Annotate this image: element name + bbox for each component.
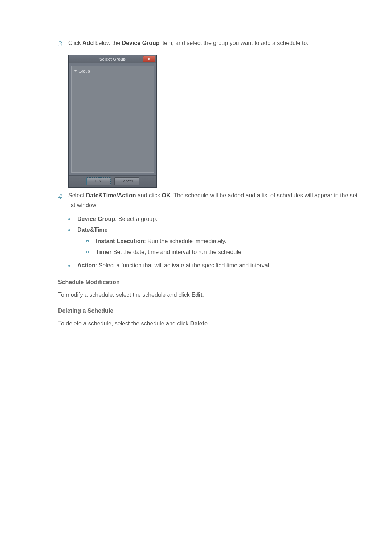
tree-item-label: Group: [79, 69, 90, 73]
deleting-schedule-heading: Deleting a Schedule: [58, 308, 363, 314]
select-group-dialog: Select Group x Group OK Cancel: [68, 55, 157, 188]
ok-button[interactable]: OK: [86, 177, 111, 185]
step-3-text: Click Add below the Device Group item, a…: [68, 38, 363, 48]
square-bullet-icon: [86, 240, 89, 242]
bold: Device Group: [122, 40, 160, 46]
text: and click: [136, 192, 162, 198]
step-number: 3: [58, 38, 68, 49]
chevron-down-icon: [74, 70, 77, 72]
bold: OK: [162, 192, 171, 198]
text: Select: [68, 192, 86, 198]
list-item: Instant Execution: Run the schedule imme…: [86, 236, 363, 247]
bold: Instant Execution: [96, 238, 144, 244]
square-bullet-icon: [86, 251, 89, 253]
dialog-body: Group: [69, 63, 156, 175]
list-item: Action: Select a function that will acti…: [68, 260, 363, 271]
schedule-modification-heading: Schedule Modification: [58, 279, 363, 286]
text: : Select a group.: [115, 216, 158, 222]
bullet-icon: [68, 265, 70, 267]
document-page: 3 Click Add below the Device Group item,…: [0, 0, 392, 328]
bold: Delete: [190, 320, 208, 327]
dialog-title: Select Group: [99, 57, 126, 61]
schedule-modification-text: To modify a schedule, select the schedul…: [58, 290, 363, 300]
deleting-schedule-text: To delete a schedule, select the schedul…: [58, 319, 363, 328]
list-item-text: Instant Execution: Run the schedule imme…: [96, 236, 226, 247]
button-label: OK: [95, 179, 101, 183]
bullet-icon: [68, 218, 70, 220]
bullet-icon: [68, 229, 70, 231]
bold: Date&Time: [77, 227, 107, 233]
text: To delete a schedule, select the schedul…: [58, 320, 190, 327]
close-icon: x: [148, 57, 150, 61]
bold: Add: [82, 40, 94, 46]
list-item-text: Timer Set the date, time and interval to…: [96, 247, 243, 258]
text: Set the date, time and interval to run t…: [111, 249, 243, 255]
list-item-text: Device Group: Select a group.: [77, 214, 158, 225]
tree-item-group[interactable]: Group: [73, 68, 152, 73]
list-item-text: Action: Select a function that will acti…: [77, 260, 271, 271]
step-4-text: Select Date&Time/Action and click OK. Th…: [68, 190, 363, 210]
text: : Run the schedule immediately.: [144, 238, 226, 244]
text: below the: [94, 40, 122, 46]
bold: Edit: [191, 292, 202, 298]
step-3: 3 Click Add below the Device Group item,…: [58, 38, 363, 49]
close-button[interactable]: x: [143, 56, 155, 62]
step-4-list-cont: Action: Select a function that will acti…: [68, 260, 363, 271]
step-number: 4: [58, 190, 68, 202]
button-label: Cancel: [121, 179, 133, 183]
list-item: Timer Set the date, time and interval to…: [86, 247, 363, 258]
list-item-text: Date&Time: [77, 225, 107, 235]
date-time-sublist: Instant Execution: Run the schedule imme…: [86, 236, 363, 258]
list-item: Device Group: Select a group.: [68, 214, 363, 225]
bold: Timer: [96, 249, 111, 255]
dialog-titlebar: Select Group x: [69, 55, 156, 63]
text: item, and select the group you want to a…: [160, 40, 309, 46]
cancel-button[interactable]: Cancel: [114, 177, 139, 185]
list-item: Date&Time: [68, 225, 363, 235]
text: : Select a function that will activate a…: [95, 262, 271, 268]
group-tree[interactable]: Group: [71, 66, 154, 173]
bold: Action: [77, 262, 95, 268]
step-4: 4 Select Date&Time/Action and click OK. …: [58, 190, 363, 210]
text: .: [208, 320, 209, 327]
bold: Date&Time/Action: [86, 192, 136, 198]
bold: Device Group: [77, 216, 115, 222]
select-group-dialog-figure: Select Group x Group OK Cancel: [68, 55, 157, 188]
text: .: [203, 292, 204, 298]
dialog-footer: OK Cancel: [69, 175, 156, 187]
text: Click: [68, 40, 82, 46]
text: To modify a schedule, select the schedul…: [58, 292, 191, 298]
step-4-list: Device Group: Select a group. Date&Time: [68, 214, 363, 236]
